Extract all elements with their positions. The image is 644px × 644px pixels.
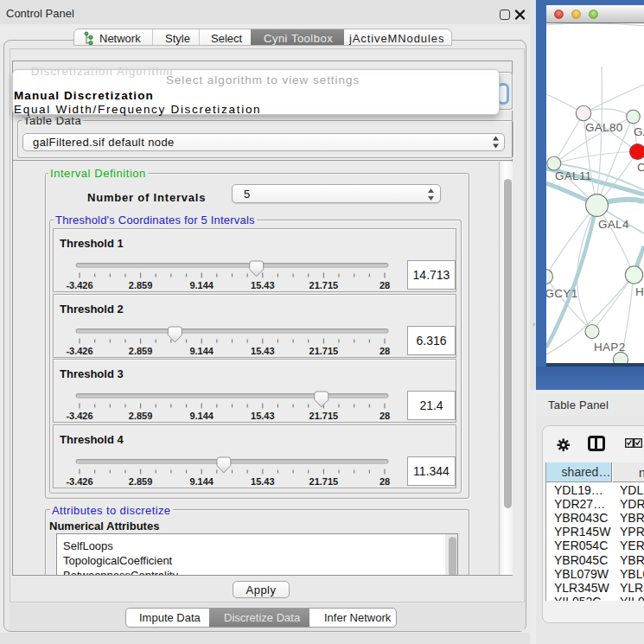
svg-text:15.43: 15.43: [251, 280, 275, 290]
svg-text:GAL11: GAL11: [555, 169, 592, 182]
svg-text:9.144: 9.144: [189, 475, 214, 486]
svg-text:15.43: 15.43: [251, 411, 275, 421]
svg-text:-3.426: -3.426: [66, 345, 92, 355]
svg-text:H: H: [635, 285, 644, 298]
svg-text:2.859: 2.859: [129, 345, 153, 355]
svg-text:9.144: 9.144: [189, 345, 214, 355]
svg-text:-3.426: -3.426: [66, 475, 92, 486]
svg-text:28: 28: [379, 475, 390, 486]
svg-text:15.43: 15.43: [251, 345, 275, 355]
svg-text:21.715: 21.715: [309, 475, 339, 486]
svg-text:21.715: 21.715: [309, 411, 339, 421]
svg-text:2.859: 2.859: [129, 475, 153, 486]
svg-text:GAL80: GAL80: [585, 121, 623, 134]
svg-text:28: 28: [379, 345, 390, 355]
svg-text:HAP2: HAP2: [594, 341, 625, 354]
svg-text:GAL4: GAL4: [598, 218, 629, 231]
svg-text:GCY1: GCY1: [546, 287, 577, 300]
svg-text:GA: GA: [634, 125, 644, 138]
svg-text:15.43: 15.43: [251, 475, 275, 486]
svg-text:28: 28: [379, 280, 390, 290]
svg-text:9.144: 9.144: [189, 411, 214, 421]
svg-text:-3.426: -3.426: [66, 411, 92, 421]
svg-text:2.859: 2.859: [129, 411, 153, 421]
svg-text:2.859: 2.859: [129, 280, 153, 290]
svg-text:21.715: 21.715: [309, 280, 339, 290]
svg-text:C: C: [637, 161, 644, 174]
svg-text:21.715: 21.715: [309, 345, 339, 355]
svg-text:9.144: 9.144: [189, 280, 214, 290]
svg-text:-3.426: -3.426: [66, 280, 92, 290]
svg-text:28: 28: [379, 411, 390, 421]
